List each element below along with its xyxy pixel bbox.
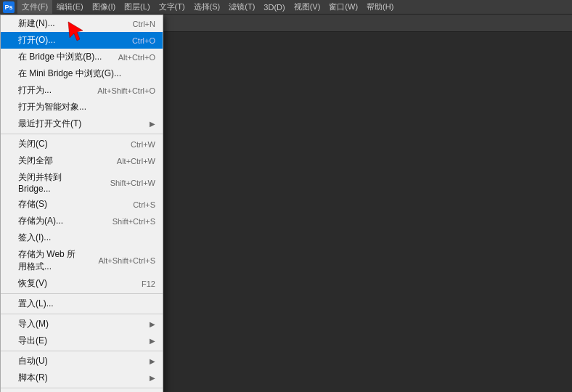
menu-help[interactable]: 帮助(H) [362, 0, 398, 14]
menu-separator-5 [1, 388, 163, 388]
menu-view[interactable]: 视图(V) [290, 0, 325, 14]
menu-import-item[interactable]: 导入(M) ▶ [1, 316, 163, 332]
menu-select[interactable]: 选择(S) [189, 0, 225, 14]
menu-text[interactable]: 文字(T) [155, 0, 189, 14]
menu-open-item[interactable]: 打开(O)... Ctrl+O [1, 32, 163, 49]
menu-checkin-item[interactable]: 签入(I)... [1, 229, 163, 246]
menu-close-item[interactable]: 关闭(C) Ctrl+W [1, 136, 163, 152]
menu-separator-2 [1, 293, 163, 294]
ps-logo-icon: Ps [3, 1, 15, 13]
menu-revert-item[interactable]: 恢复(V) F12 [1, 275, 163, 292]
menu-edit[interactable]: 编辑(E) [52, 0, 88, 14]
menu-close-all-item[interactable]: 关闭全部 Alt+Ctrl+W [1, 152, 163, 169]
menu-save-item[interactable]: 存储(S) Ctrl+S [1, 196, 163, 213]
menu-file[interactable]: 文件(F) [17, 0, 52, 14]
menu-separator-3 [1, 314, 163, 314]
menu-open-smart-item[interactable]: 打开为智能对象... [1, 99, 163, 115]
menu-new-item[interactable]: 新建(N)... Ctrl+N [1, 15, 163, 32]
menu-image[interactable]: 图像(I) [88, 0, 120, 14]
menu-open-as-item[interactable]: 打开为... Alt+Shift+Ctrl+O [1, 82, 163, 99]
menu-export-item[interactable]: 导出(E) ▶ [1, 332, 163, 349]
menu-bridge-item[interactable]: 在 Bridge 中浏览(B)... Alt+Ctrl+O [1, 49, 163, 65]
menu-window[interactable]: 窗口(W) [324, 0, 362, 14]
menu-separator-4 [1, 351, 163, 351]
menu-3d[interactable]: 3D(D) [259, 0, 289, 14]
menu-mini-bridge-item[interactable]: 在 Mini Bridge 中浏览(G)... [1, 65, 163, 82]
menu-save-web-item[interactable]: 存储为 Web 所用格式... Alt+Shift+Ctrl+S [1, 246, 163, 275]
menu-filter[interactable]: 滤镜(T) [224, 0, 259, 14]
menu-close-bridge-item[interactable]: 关闭并转到 Bridge... Shift+Ctrl+W [1, 169, 163, 196]
file-dropdown-menu: 新建(N)... Ctrl+N 打开(O)... Ctrl+O 在 Bridge… [0, 15, 163, 392]
menu-separator-1 [1, 134, 163, 134]
menu-scripts-item[interactable]: 脚本(R) ▶ [1, 369, 163, 386]
menu-layer[interactable]: 图层(L) [120, 0, 154, 14]
menu-bar: Ps 文件(F) 编辑(E) 图像(I) 图层(L) 文字(T) 选择(S) 滤… [0, 0, 572, 15]
menu-place-item[interactable]: 置入(L)... [1, 295, 163, 312]
menu-recent-item[interactable]: 最近打开文件(T) ▶ [1, 115, 163, 132]
menu-save-as-item[interactable]: 存储为(A)... Shift+Ctrl+S [1, 213, 163, 229]
menu-automate-item[interactable]: 自动(U) ▶ [1, 353, 163, 369]
